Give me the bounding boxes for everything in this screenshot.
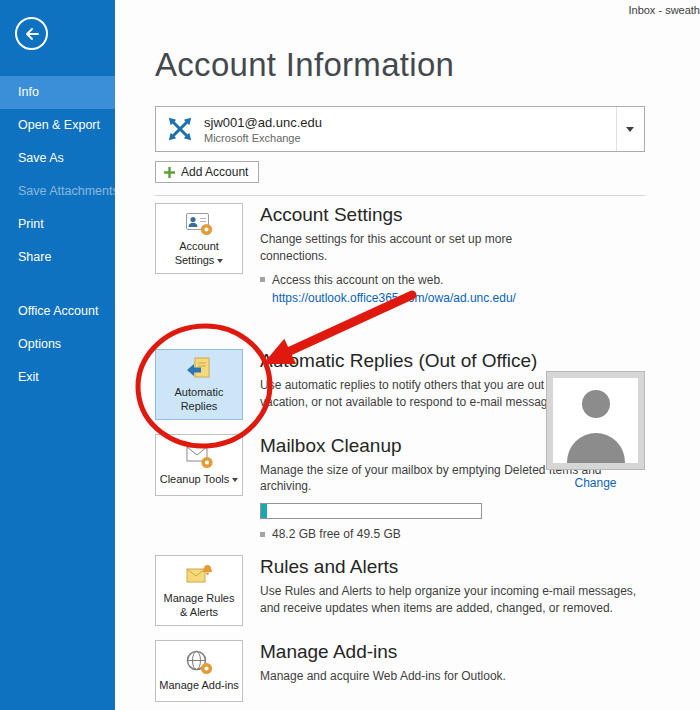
change-photo-link[interactable]: Change bbox=[574, 476, 616, 490]
profile-photo-placeholder bbox=[553, 378, 638, 463]
plus-icon bbox=[164, 167, 175, 178]
profile-photo-card: Change bbox=[546, 371, 645, 491]
account-settings-heading: Account Settings bbox=[260, 204, 645, 226]
exchange-account-icon bbox=[166, 115, 194, 143]
silhouette-body bbox=[567, 433, 625, 463]
sidebar-item-print[interactable]: Print bbox=[0, 208, 115, 241]
manage-addins-icon bbox=[184, 648, 214, 676]
back-button[interactable] bbox=[15, 17, 48, 50]
cleanup-tools-icon bbox=[184, 442, 214, 470]
cleanup-tools-button-label: Cleanup Tools bbox=[160, 473, 239, 487]
rules-alerts-text: Rules and Alerts Use Rules and Alerts to… bbox=[260, 555, 645, 617]
dropdown-caret-icon bbox=[232, 478, 238, 482]
account-settings-button[interactable]: Account Settings bbox=[155, 203, 243, 274]
account-identity: sjw001@ad.unc.edu Microsoft Exchange bbox=[204, 115, 322, 144]
web-access-text: Access this account on the web. bbox=[272, 273, 443, 287]
account-settings-section: Account Settings Account Settings Change… bbox=[155, 203, 645, 331]
account-type: Microsoft Exchange bbox=[204, 132, 322, 144]
automatic-replies-button[interactable]: Automatic Replies bbox=[155, 349, 243, 420]
manage-addins-heading: Manage Add-ins bbox=[260, 641, 645, 663]
web-access-bullet: Access this account on the web. bbox=[260, 273, 645, 287]
manage-addins-button-label: Manage Add-ins bbox=[159, 679, 239, 693]
bullet-square-icon bbox=[260, 277, 265, 282]
chevron-down-icon bbox=[626, 127, 634, 132]
mailbox-storage-bar bbox=[260, 503, 482, 519]
sidebar-item-info[interactable]: Info bbox=[0, 76, 115, 109]
manage-rules-alerts-button-label: Manage Rules & Alerts bbox=[159, 592, 239, 620]
rules-alerts-description: Use Rules and Alerts to help organize yo… bbox=[260, 583, 645, 617]
dropdown-caret-icon bbox=[217, 259, 223, 263]
backstage-menu: Info Open & Export Save As Save Attachme… bbox=[0, 76, 115, 394]
back-arrow-icon bbox=[24, 27, 40, 41]
automatic-replies-icon bbox=[184, 355, 214, 383]
automatic-replies-heading: Automatic Replies (Out of Office) bbox=[260, 350, 645, 372]
cleanup-tools-button[interactable]: Cleanup Tools bbox=[155, 434, 243, 496]
sidebar-item-exit[interactable]: Exit bbox=[0, 361, 115, 394]
rules-alerts-section: Manage Rules & Alerts Rules and Alerts U… bbox=[155, 555, 645, 626]
account-dropdown-arrow[interactable] bbox=[616, 107, 634, 151]
rules-alerts-heading: Rules and Alerts bbox=[260, 556, 645, 578]
add-account-button[interactable]: Add Account bbox=[155, 161, 259, 183]
sidebar-item-options[interactable]: Options bbox=[0, 328, 115, 361]
bullet-square-icon bbox=[260, 532, 265, 537]
silhouette-head bbox=[582, 390, 610, 418]
account-settings-text: Account Settings Change settings for thi… bbox=[260, 203, 645, 306]
manage-addins-button[interactable]: Manage Add-ins bbox=[155, 640, 243, 702]
account-settings-description: Change settings for this account or set … bbox=[260, 231, 555, 265]
account-settings-button-label: Account Settings bbox=[159, 240, 239, 268]
manage-rules-alerts-button[interactable]: Manage Rules & Alerts bbox=[155, 555, 243, 626]
account-selector-dropdown[interactable]: sjw001@ad.unc.edu Microsoft Exchange bbox=[155, 106, 645, 152]
sidebar-item-share[interactable]: Share bbox=[0, 241, 115, 274]
sidebar-item-open-export[interactable]: Open & Export bbox=[0, 109, 115, 142]
sidebar-item-save-as[interactable]: Save As bbox=[0, 142, 115, 175]
window-title: Inbox - sweath bbox=[628, 4, 700, 16]
manage-addins-section: Manage Add-ins Manage Add-ins Manage and… bbox=[155, 640, 645, 702]
backstage-sidebar: Info Open & Export Save As Save Attachme… bbox=[0, 0, 115, 710]
rules-alerts-icon bbox=[184, 561, 214, 589]
owa-link[interactable]: https://outlook.office365.com/owa/ad.unc… bbox=[272, 291, 516, 305]
section-rows: Change bbox=[155, 203, 645, 702]
automatic-replies-button-label: Automatic Replies bbox=[159, 386, 239, 414]
storage-text: 48.2 GB free of 49.5 GB bbox=[272, 527, 401, 541]
divider bbox=[155, 195, 645, 196]
manage-addins-description: Manage and acquire Web Add-ins for Outlo… bbox=[260, 668, 645, 685]
sidebar-item-office-account[interactable]: Office Account bbox=[0, 295, 115, 328]
profile-photo-frame bbox=[546, 371, 645, 470]
add-account-label: Add Account bbox=[181, 165, 248, 179]
account-email: sjw001@ad.unc.edu bbox=[204, 115, 322, 130]
storage-bullet: 48.2 GB free of 49.5 GB bbox=[260, 527, 645, 541]
sidebar-item-save-attachments: Save Attachments bbox=[0, 175, 115, 208]
account-settings-icon bbox=[184, 209, 214, 237]
backstage-view: Info Open & Export Save As Save Attachme… bbox=[0, 0, 700, 710]
account-information-page: Inbox - sweath Account Information bbox=[115, 0, 700, 710]
manage-addins-text: Manage Add-ins Manage and acquire Web Ad… bbox=[260, 640, 645, 685]
storage-bar-fill bbox=[261, 504, 267, 518]
page-title: Account Information bbox=[155, 46, 645, 84]
